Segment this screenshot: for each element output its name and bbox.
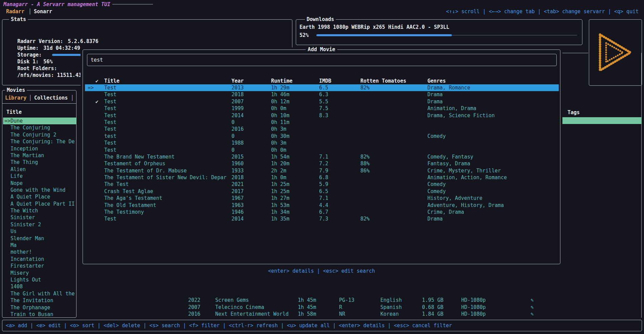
add-movie-result-row[interactable]: Crash Test Aglae20171h 25m6.5Comedy [85,188,559,195]
cell-runtime: 0h 3m [271,126,286,132]
logo-panel [589,19,642,86]
cell-year: 0 [231,133,235,140]
play-triangle-logo [595,30,636,76]
cell-year: 0 [231,119,235,126]
cell-language: English [380,297,402,304]
movies-panel: Movies Library │ Collections │ Title =>D… [2,90,76,318]
movies-list-item[interactable]: Alien [3,166,76,173]
add-movie-result-row[interactable]: Test20160h 3m [85,126,559,132]
tab-library[interactable]: Library [5,95,26,101]
cell-year: 2018 [231,91,244,98]
library-table-row[interactable]: 2007Telecinco Cinema1h 45mRSpanish0.68 G… [78,304,641,311]
cell-studio: Screen Gems [215,297,249,304]
movies-list-item[interactable]: The Invitation [3,297,76,304]
add-movie-results-header: ✔ Title Year Runtime IMDB Rotten Tomatoe… [85,78,559,84]
movies-list-item[interactable]: Life [3,173,76,180]
add-movie-result-row[interactable]: Testament of Orpheus19601h 20m7.288%Fant… [85,160,559,167]
movies-list-item[interactable]: The Orphanage [3,304,76,311]
movies-list-item[interactable]: A Quiet Place Part II [3,201,76,207]
cell-size: 0.68 GB [422,304,443,311]
cell-genres: Drama, Romance [427,84,470,91]
movies-list-item[interactable]: The Conjuring 2 [3,131,76,138]
movies-list-item[interactable]: =>Dune [3,118,76,124]
movies-list-item[interactable]: Slender Man [3,235,76,242]
add-movie-result-row[interactable]: The Testament of Sister New Devil: Depar… [85,174,559,181]
add-movie-result-row[interactable]: test00h 30mComedy [85,133,559,140]
movies-list-item[interactable]: Gone with the Wind [3,187,76,193]
tab-divider: │ [28,8,31,15]
add-movie-popup: Add Movie ✔ Title Year Runtime IMDB Rott… [81,47,562,297]
movies-list-item[interactable]: Us [3,228,76,235]
cell-year: 2016 [231,126,244,132]
add-movie-result-row[interactable]: Test19880h 3m [85,140,559,146]
movie-title: Ma [10,242,17,249]
movies-list-item[interactable]: The Thing [3,159,76,166]
tab-divider: │ [29,95,32,101]
library-table-row[interactable]: 2016Next Entertainment World1h 58mNRKore… [78,311,641,317]
add-movie-result-row[interactable]: Test20141h 35m7.382%Drama [85,215,559,222]
cell-year: 2014 [231,112,244,119]
downloads-panel-title: Downloads [305,16,336,23]
movies-list-item[interactable]: Lights Out [3,276,76,283]
title-rule [112,4,153,4]
add-movie-result-row[interactable]: Test19990h 0m7.5Animation, Drama [85,105,559,112]
add-movie-result-row[interactable]: The Testimony19461h 34m6.7Crime, Drama [85,209,559,215]
cell-year: 1946 [231,209,244,215]
movies-list-item[interactable]: 1408 [3,283,76,290]
add-movie-result-row[interactable]: The Aga's Testament19671h 27m7.1History,… [85,195,559,202]
add-movie-result-row[interactable]: The Brand New Testament20151h 54m7.182%C… [85,153,559,160]
cell-imdb: 6.5 [319,188,328,195]
movies-list-item[interactable]: The Conjuring: The De [3,138,76,145]
cell-year: 1988 [231,140,244,146]
library-table-row[interactable]: 2022Screen Gems1h 45mPG-13English1.95 GB… [78,297,641,304]
tab-collections[interactable]: Collections [34,95,68,101]
tab-radarr[interactable]: Radarr [6,8,24,15]
movies-list-item[interactable]: The Girl with All the [3,290,76,297]
movies-list-item[interactable]: Incantation [3,256,76,263]
add-movie-result-row[interactable]: Test00h 0m [85,147,559,153]
movie-title: The Conjuring: The De [10,138,75,145]
add-movie-popup-title: Add Movie [306,46,337,53]
cell-quality: HD-1080p [461,311,486,317]
cell-title: Test [104,126,116,132]
movie-title: Alien [10,166,26,173]
add-movie-search-input[interactable] [87,54,556,66]
movies-list-item[interactable]: mother! [3,249,76,255]
movies-list-item[interactable]: Sinister [3,214,76,221]
tabs-underline [2,103,76,104]
cell-runtime: 0h 0m [271,105,286,112]
add-movie-result-row[interactable]: The Old Testament19631h 53m4.4Adventure,… [85,202,559,209]
movies-list-item[interactable]: Train to Busan [3,311,76,318]
movies-list-item[interactable]: The Witch [3,207,76,214]
movies-list-item[interactable]: A Quiet Place [3,193,76,200]
add-movie-result-row[interactable]: The Test20211h 25m5.9Comedy [85,181,559,188]
cell-year: 2015 [231,153,244,160]
cell-year: 1999 [231,105,244,112]
movie-title: A Quiet Place Part II [10,201,75,207]
movies-list-item[interactable]: Inception [3,145,76,152]
selected-row-tags-highlight[interactable] [562,117,641,124]
add-movie-result-row[interactable]: The Testament of Dr. Mabuse19332h 2m7.98… [85,167,559,174]
add-movie-result-row[interactable]: ✔Test20070h 12m5.5Drama [85,98,559,105]
movies-list-item[interactable]: Nope [3,180,76,187]
add-movie-result-row[interactable]: Test20140h 10m8.3Drama, Science Fiction [85,112,559,119]
cell-rotten_tomatoes: 82% [360,215,370,222]
movies-list-item[interactable]: Firestarter [3,263,76,269]
add-movie-result-row[interactable]: Test00h 11m [85,119,559,126]
movies-list-item[interactable]: The Conjuring [3,124,76,131]
tags-column-header: Tags [568,109,580,116]
tab-sonarr[interactable]: Sonarr [34,8,52,15]
movies-list-item[interactable]: The Martian [3,152,76,159]
add-movie-result-row[interactable]: =>Test20131h 29m6.582%Drama, Romance [85,84,559,91]
pencil-icon: ✎ [531,297,534,304]
cell-genres: Animation, Action, Romance [427,174,507,181]
movies-list-item[interactable]: Sinister 2 [3,221,76,228]
cell-genres: Crime, Drama [427,209,464,215]
movie-title: Inception [10,145,38,152]
movie-title: A Quiet Place [10,193,50,200]
cell-title: The Aga's Testament [104,195,162,202]
selection-marker: => [4,118,10,124]
add-movie-result-row[interactable]: Test20181h 46m6.3Drama [85,91,559,98]
movies-list-item[interactable]: Misery [3,270,76,276]
movies-list-item[interactable]: Ma [3,242,76,249]
